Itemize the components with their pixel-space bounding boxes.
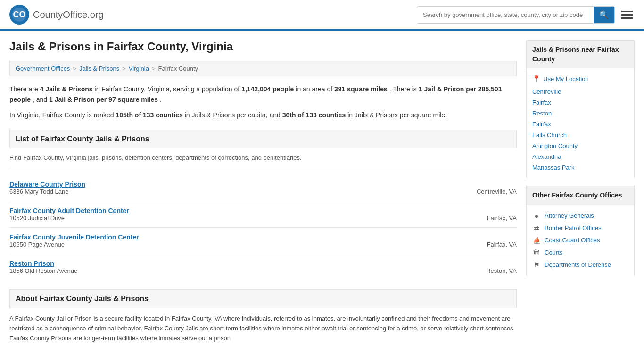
search-bar: 🔍 [417,6,615,24]
sidebar-nearby-link[interactable]: Arlington County [532,140,628,151]
prison-address: 10650 Page Avenue [9,241,65,248]
sidebar-nearby-link[interactable]: Reston [532,108,628,119]
logo-text: CountyOffice.org [33,9,104,20]
logo-area: CO CountyOffice.org [9,5,104,25]
desc-area-pre: in an area of [296,85,334,93]
desc-post: in Jails & Prisons per square mile. [347,111,447,119]
breadcrumb-virginia[interactable]: Virginia [129,65,149,72]
sidebar-other-link[interactable]: ⚑ Departments of Defense [532,259,628,271]
breadcrumb-jails[interactable]: Jails & Prisons [79,65,119,72]
sidebar-nearby-link[interactable]: Manassas Park [532,162,628,173]
sidebar-nearby-link[interactable]: Falls Church [532,130,628,140]
page-container: Jails & Prisons in Fairfax County, Virgi… [0,31,644,353]
sidebar-other-icon: ⇄ [532,224,541,232]
menu-line-3 [621,17,633,19]
sidebar-nearby-link[interactable]: Centreville [532,86,628,97]
sidebar-other-box: Other Fairfax County Offices ● Attorney … [526,186,635,276]
breadcrumb-sep-3: > [152,65,156,72]
main-content: Jails & Prisons in Fairfax County, Virgi… [9,40,517,344]
desc-period: . [160,96,162,103]
sidebar-other-content: ● Attorney Generals ⇄ Border Patrol Offi… [527,205,634,276]
description-line1: There are 4 Jails & Prisons in Fairfax C… [9,84,517,105]
prison-item: Fairfax County Juvenile Detention Center… [9,228,517,254]
sidebar-other-link[interactable]: ● Attorney Generals [532,210,628,222]
sidebar-nearby-content: 📍 Use My Location CentrevilleFairfaxRest… [527,68,634,178]
menu-line-1 [621,11,633,12]
sidebar-nearby-title: Jails & Prisons near Fairfax County [527,41,634,68]
use-my-location-link[interactable]: Use My Location [543,75,589,82]
sidebar-other-icon: ⛵ [532,237,541,244]
search-input[interactable] [417,8,594,22]
page-title: Jails & Prisons in Fairfax County, Virgi… [9,40,517,53]
sidebar-other-link-text[interactable]: Departments of Defense [545,261,611,268]
sidebar-nearby-link[interactable]: Fairfax [532,97,628,108]
prison-row: 10520 Judicial Drive Fairfax, VA [9,214,517,222]
other-links-list: ● Attorney Generals ⇄ Border Patrol Offi… [532,210,628,271]
desc-mid: in Fairfax County, Virginia, serving a p… [95,85,242,93]
breadcrumb-sep-2: > [122,65,126,72]
prison-city: Reston, VA [486,267,517,274]
desc-and: , and [33,96,49,103]
use-my-location-row[interactable]: 📍 Use My Location [532,73,628,86]
prison-row: 1856 Old Reston Avenue Reston, VA [9,267,517,274]
sidebar-other-link-text[interactable]: Attorney Generals [545,212,594,219]
description-line2: In Virginia, Fairfax County is ranked 10… [9,110,517,120]
sidebar-other-icon: 🏛 [532,249,541,256]
rank-sqmile-bold: 36th of 133 counties [282,111,346,119]
sidebar-other-link-text[interactable]: Border Patrol Offices [545,224,601,231]
sidebar: Jails & Prisons near Fairfax County 📍 Us… [526,40,635,344]
prison-item: Reston Prison 1856 Old Reston Avenue Res… [9,254,517,280]
prison-item: Delaware County Prison 6336 Mary Todd La… [9,175,517,201]
prison-name[interactable]: Fairfax County Juvenile Detention Center [9,233,139,241]
prison-name[interactable]: Fairfax County Adult Detention Center [9,207,129,214]
prison-city: Fairfax, VA [487,214,517,222]
sidebar-nearby-link[interactable]: Alexandria [532,151,628,162]
svg-text:CO: CO [13,10,26,19]
sidebar-other-link[interactable]: 🏛 Courts [532,247,628,259]
area-bold: 391 square miles [334,85,388,93]
prison-address: 1856 Old Reston Avenue [9,267,77,274]
sidebar-other-title: Other Fairfax County Offices [527,186,634,205]
sidebar-other-link-text[interactable]: Courts [545,249,562,256]
list-description: Find Fairfax County, Virginia jails, pri… [9,154,517,167]
site-header: CO CountyOffice.org 🔍 [0,0,644,31]
count-bold: 4 Jails & Prisons [40,85,93,93]
breadcrumb-current: Fairfax County [158,65,198,72]
per-sqmile-bold: 1 Jail & Prison per 97 square miles [49,96,158,103]
desc-mid2: in Jails & Prisons per capita, and [185,111,282,119]
about-text: A Fairfax County Jail or Prison is a sec… [9,314,517,343]
breadcrumb-gov[interactable]: Government Offices [16,65,70,72]
prison-address: 10520 Judicial Drive [9,214,65,222]
header-right: 🔍 [417,6,635,24]
nearby-links-list: CentrevilleFairfaxRestonFairfaxFalls Chu… [532,86,628,173]
rank-capita-bold: 105th of 133 counties [116,111,182,119]
logo-icon: CO [9,5,29,25]
sidebar-other-link[interactable]: ⇄ Border Patrol Offices [532,222,628,234]
sidebar-other-icon: ⚑ [532,261,541,269]
prison-list: Delaware County Prison 6336 Mary Todd La… [9,175,517,280]
search-button[interactable]: 🔍 [594,7,614,23]
menu-button[interactable] [619,9,635,21]
prison-row: 6336 Mary Todd Lane Centreville, VA [9,188,517,195]
prison-city: Fairfax, VA [487,241,517,248]
about-section-heading: About Fairfax County Jails & Prisons [9,289,517,308]
sidebar-other-link[interactable]: ⛵ Coast Guard Offices [532,234,628,247]
prison-city: Centreville, VA [477,188,517,195]
sidebar-nearby-link[interactable]: Fairfax [532,119,628,130]
breadcrumb: Government Offices > Jails & Prisons > V… [9,61,517,76]
list-section-heading: List of Fairfax County Jails & Prisons [9,130,517,148]
prison-row: 10650 Page Avenue Fairfax, VA [9,241,517,248]
prison-name[interactable]: Reston Prison [9,260,54,267]
prison-name[interactable]: Delaware County Prison [9,181,85,188]
location-icon: 📍 [532,75,540,82]
sidebar-other-icon: ● [532,212,541,220]
prison-address: 6336 Mary Todd Lane [9,188,69,195]
prison-item: Fairfax County Adult Detention Center 10… [9,201,517,228]
menu-line-2 [621,14,633,16]
breadcrumb-sep-1: > [73,65,76,72]
sidebar-nearby-box: Jails & Prisons near Fairfax County 📍 Us… [526,40,635,178]
desc-end1: . There is [389,85,419,93]
sidebar-other-link-text[interactable]: Coast Guard Offices [545,237,600,244]
population-bold: 1,142,004 people [241,85,294,93]
